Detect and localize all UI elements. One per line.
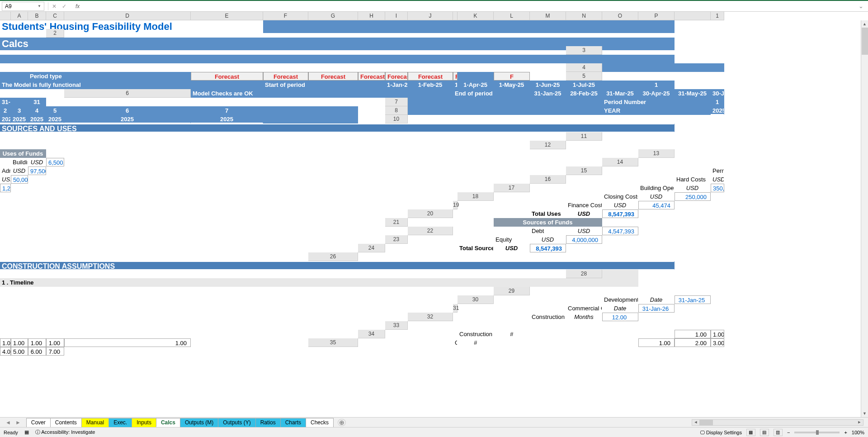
cell[interactable]	[408, 201, 453, 209]
cell[interactable]	[494, 46, 530, 55]
scroll-up-icon[interactable]: ▲	[861, 20, 868, 28]
cell[interactable]	[385, 132, 408, 141]
cell[interactable]	[11, 304, 28, 313]
cell[interactable]	[64, 313, 191, 321]
cell[interactable]	[308, 287, 358, 295]
cell[interactable]	[453, 175, 458, 184]
cell[interactable]	[64, 63, 191, 72]
cell[interactable]	[46, 192, 64, 201]
cell[interactable]	[453, 244, 458, 252]
cell[interactable]	[675, 287, 711, 295]
cell[interactable]	[263, 166, 308, 175]
cell[interactable]	[308, 313, 358, 321]
cell[interactable]	[385, 46, 408, 55]
tab-nav-next-icon[interactable]: ►	[14, 419, 23, 426]
cell[interactable]	[458, 106, 494, 115]
cell[interactable]	[711, 124, 724, 132]
cell[interactable]	[358, 338, 385, 347]
cell[interactable]	[46, 218, 64, 227]
cell[interactable]	[458, 218, 494, 227]
cell[interactable]	[385, 141, 408, 149]
cell[interactable]	[530, 20, 566, 33]
cell[interactable]	[494, 166, 530, 175]
horizontal-scroll-thumb[interactable]	[699, 420, 713, 425]
cell[interactable]	[408, 270, 453, 278]
cell[interactable]	[458, 158, 494, 166]
cell[interactable]	[566, 149, 602, 158]
row-header[interactable]: 24	[358, 244, 385, 252]
cell[interactable]	[530, 295, 566, 304]
cell[interactable]	[458, 227, 494, 235]
cell[interactable]	[530, 63, 566, 72]
column-header[interactable]: B	[28, 12, 46, 20]
row-header[interactable]: 4	[566, 63, 602, 72]
cell[interactable]	[530, 287, 566, 295]
cell[interactable]	[191, 313, 263, 321]
cell[interactable]	[530, 304, 566, 313]
cell[interactable]	[453, 98, 458, 106]
cell[interactable]	[46, 287, 64, 295]
column-header[interactable]: N	[566, 12, 602, 20]
cell[interactable]	[358, 209, 385, 218]
cell[interactable]	[494, 175, 530, 184]
sheet-tab-outputs-y-[interactable]: Outputs (Y)	[218, 418, 255, 427]
cell[interactable]	[458, 98, 494, 106]
cell[interactable]	[64, 287, 191, 295]
cell[interactable]	[408, 166, 453, 175]
cell[interactable]	[191, 175, 263, 184]
cell[interactable]	[64, 330, 191, 338]
row-header[interactable]: 6	[64, 89, 191, 98]
sheet-tab-outputs-m-[interactable]: Outputs (M)	[180, 418, 218, 427]
cell[interactable]	[46, 313, 64, 321]
cell[interactable]	[385, 244, 408, 252]
cell[interactable]	[28, 227, 46, 235]
cell[interactable]	[453, 209, 458, 218]
cell[interactable]	[675, 218, 711, 227]
cell[interactable]	[308, 175, 358, 184]
cell[interactable]	[711, 295, 724, 304]
row-header[interactable]: 34	[358, 330, 385, 338]
cell[interactable]	[308, 184, 358, 192]
cell[interactable]	[46, 330, 64, 338]
cell[interactable]	[0, 158, 11, 166]
cell[interactable]	[0, 46, 11, 55]
row-header[interactable]: 28	[566, 270, 602, 278]
cell[interactable]	[64, 270, 191, 278]
cell[interactable]	[191, 244, 263, 252]
cell[interactable]	[453, 235, 458, 244]
cell[interactable]	[638, 330, 675, 338]
cell[interactable]	[385, 158, 408, 166]
cell[interactable]	[494, 106, 530, 115]
cell[interactable]	[453, 46, 458, 55]
cell[interactable]	[358, 63, 385, 72]
cell[interactable]	[358, 304, 385, 313]
cell[interactable]	[566, 295, 602, 304]
cell[interactable]	[263, 141, 308, 149]
row-header[interactable]: 5	[566, 72, 602, 81]
cell[interactable]	[191, 321, 263, 330]
cell[interactable]	[28, 330, 46, 338]
cell[interactable]	[46, 141, 64, 149]
sheet-tab-contents[interactable]: Contents	[50, 418, 82, 427]
cell[interactable]	[11, 184, 28, 192]
cell[interactable]	[675, 321, 711, 330]
cell[interactable]	[458, 321, 494, 330]
cell[interactable]	[711, 304, 724, 313]
row-header[interactable]: 13	[638, 149, 675, 158]
cell[interactable]	[28, 287, 46, 295]
cell[interactable]	[385, 270, 408, 278]
cell[interactable]	[191, 63, 263, 72]
cell[interactable]	[0, 29, 11, 38]
cell[interactable]	[638, 132, 675, 141]
cell[interactable]	[64, 235, 191, 244]
cell[interactable]	[458, 63, 494, 72]
cell[interactable]	[530, 184, 566, 192]
cell[interactable]	[0, 244, 11, 252]
cell[interactable]	[0, 227, 11, 235]
row-header[interactable]: 1	[711, 12, 724, 20]
row-header[interactable]: 21	[385, 218, 408, 227]
sheet-tab-cover[interactable]: Cover	[26, 418, 51, 427]
cell[interactable]	[46, 98, 64, 106]
cell[interactable]	[385, 149, 408, 158]
cell[interactable]	[453, 330, 458, 338]
